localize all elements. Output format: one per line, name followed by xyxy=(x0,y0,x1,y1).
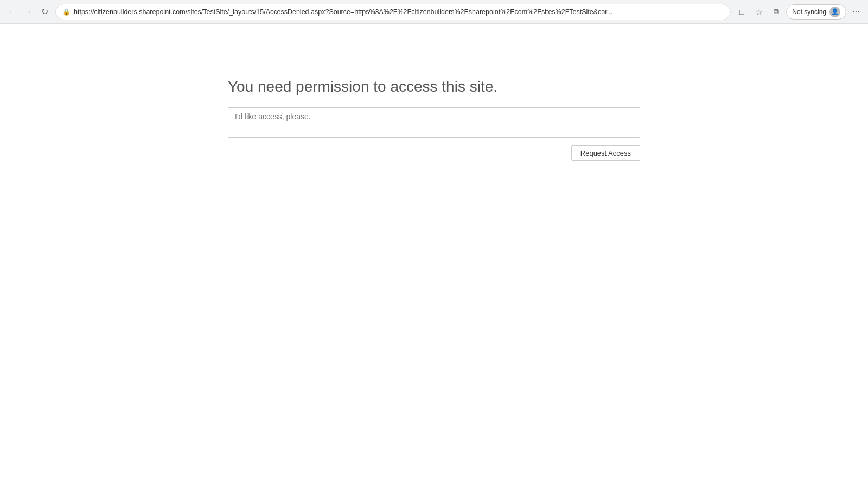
lock-icon: 🔒 xyxy=(62,8,71,16)
request-access-button[interactable]: Request Access xyxy=(571,145,640,161)
page-heading: You need permission to access this site. xyxy=(228,78,640,95)
forward-button[interactable]: → xyxy=(21,4,36,20)
address-bar[interactable]: 🔒 https://citizenbuilders.sharepoint.com… xyxy=(55,4,731,20)
page-content: You need permission to access this site.… xyxy=(0,24,868,501)
access-request-textarea[interactable] xyxy=(228,107,640,138)
nav-buttons: ← → ↻ xyxy=(4,4,52,20)
not-syncing-button[interactable]: Not syncing 👤 xyxy=(786,4,846,20)
refresh-button[interactable]: ↻ xyxy=(37,4,52,20)
access-denied-container: You need permission to access this site.… xyxy=(228,78,640,161)
browser-actions: □ ☆ ⧉ Not syncing 👤 ⋯ xyxy=(734,4,864,20)
back-button[interactable]: ← xyxy=(4,4,20,20)
request-access-row: Request Access xyxy=(228,145,640,161)
avatar: 👤 xyxy=(829,7,840,17)
url-text: https://citizenbuilders.sharepoint.com/s… xyxy=(74,8,612,16)
browser-chrome: ← → ↻ 🔒 https://citizenbuilders.sharepoi… xyxy=(0,0,868,24)
settings-button[interactable]: ⋯ xyxy=(848,4,864,20)
extensions-button[interactable]: □ xyxy=(734,4,749,20)
favorites-button[interactable]: ☆ xyxy=(751,4,767,20)
collections-button[interactable]: ⧉ xyxy=(769,4,784,20)
not-syncing-label: Not syncing xyxy=(792,8,826,16)
